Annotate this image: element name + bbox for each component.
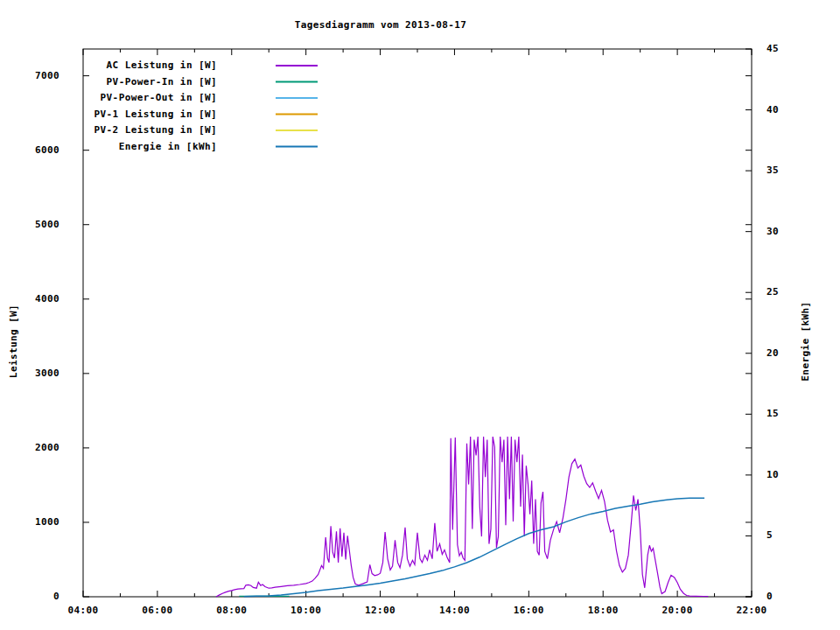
y-right-tick-label: 45 (766, 43, 802, 55)
y-left-tick-label: 2000 (0, 442, 60, 454)
y-left-tick-label: 6000 (0, 144, 60, 157)
y-right-axis-label: Energie [kWh] (800, 254, 812, 429)
y-left-tick-label: 4000 (0, 293, 60, 305)
chart-title: Tagesdiagramm vom 2013-08-17 (162, 19, 599, 32)
x-tick-label: 16:00 (502, 605, 555, 617)
y-left-tick-label: 0 (0, 591, 60, 603)
y-left-tick-label: 3000 (0, 368, 60, 380)
data-series (216, 437, 708, 597)
y-right-tick-label: 25 (766, 286, 802, 298)
y-right-tick-label: 15 (766, 408, 802, 420)
tagesdiagramm-chart: Tagesdiagramm vom 2013-08-17 Leistung [W… (0, 0, 840, 630)
legend-label-pv-power-out: PV-Power-Out in [W] (0, 92, 217, 104)
y-right-tick-label: 10 (766, 469, 802, 481)
legend-line-samples (276, 66, 318, 147)
x-tick-label: 06:00 (131, 605, 184, 617)
ac-leistung-line (216, 437, 708, 597)
x-tick-label: 22:00 (725, 605, 778, 617)
y-right-tick-label: 5 (766, 529, 802, 542)
x-tick-label: 14:00 (428, 605, 480, 617)
x-tick-label: 04:00 (57, 605, 109, 617)
x-tick-label: 18:00 (577, 605, 629, 617)
legend-label-pv2-leistung: PV-2 Leistung in [W] (0, 124, 217, 136)
y-right-tick-label: 30 (766, 226, 802, 238)
y-right-tick-label: 0 (766, 591, 802, 603)
y-left-tick-label: 1000 (0, 516, 60, 528)
x-tick-label: 10:00 (280, 605, 332, 617)
x-tick-label: 12:00 (354, 605, 407, 617)
y-right-tick-label: 40 (766, 104, 802, 116)
y-right-tick-label: 20 (766, 347, 802, 360)
legend-label-pv1-leistung: PV-1 Leistung in [W] (0, 108, 217, 121)
y-right-tick-label: 35 (766, 164, 802, 177)
y-left-tick-label: 5000 (0, 219, 60, 231)
y-left-axis-label: Leistung [W] (8, 254, 20, 429)
energie-line (244, 498, 704, 596)
x-tick-label: 20:00 (651, 605, 704, 617)
x-tick-label: 08:00 (206, 605, 258, 617)
y-left-tick-label: 7000 (0, 70, 60, 82)
